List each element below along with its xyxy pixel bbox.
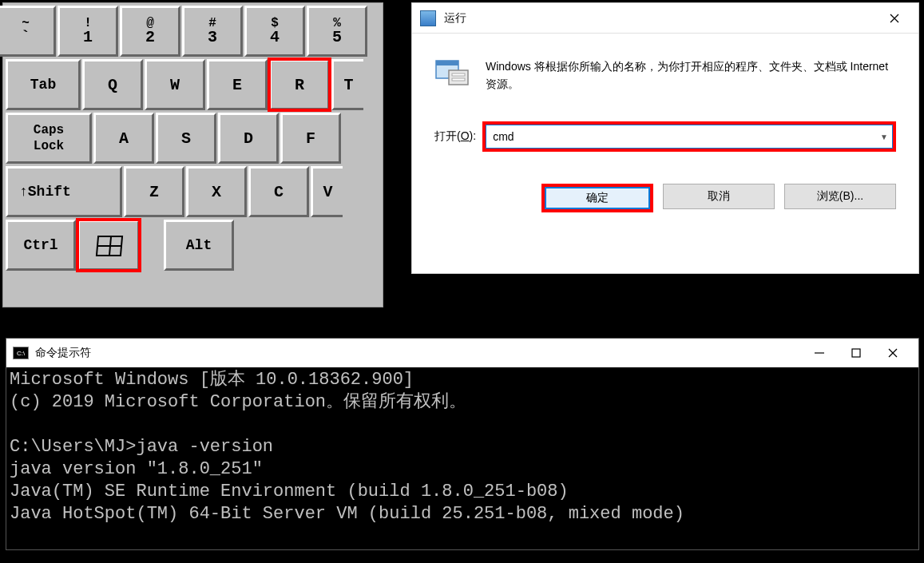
run-title: 运行 — [444, 11, 466, 26]
key-d[interactable]: D — [218, 113, 279, 164]
cmd-output[interactable]: Microsoft Windows [版本 10.0.18362.900] (c… — [6, 367, 918, 527]
ok-button-highlight: 确定 — [541, 184, 653, 212]
ok-button[interactable]: 确定 — [545, 187, 650, 209]
key-t[interactable]: T — [331, 59, 363, 110]
key-2[interactable]: @ 2 — [120, 6, 180, 57]
key-3[interactable]: # 3 — [182, 6, 243, 57]
cmd-titlebar: C:\ 命令提示符 — [6, 339, 918, 367]
cmd-title: 命令提示符 — [35, 346, 91, 360]
windows-logo-icon — [97, 236, 121, 255]
run-button-row: 确定 取消 浏览(B)... — [412, 152, 918, 212]
minimize-icon — [814, 347, 825, 359]
key-x[interactable]: X — [186, 166, 247, 217]
key-4[interactable]: $ 4 — [244, 6, 305, 57]
svg-rect-4 — [449, 70, 468, 85]
run-close-button[interactable] — [878, 6, 910, 30]
key-5[interactable]: % 5 — [307, 6, 367, 57]
key-f[interactable]: F — [280, 113, 341, 164]
key-1[interactable]: ! 1 — [58, 6, 118, 57]
key-shift[interactable]: ↑Shift — [6, 166, 122, 217]
run-dialog: 运行 Windows 将根据你所输入的名称，为你打开相应的程序、文件夹、文档或 … — [411, 2, 919, 274]
cancel-button[interactable]: 取消 — [663, 184, 775, 209]
key-backtick[interactable]: ~ ` — [0, 6, 56, 57]
key-windows[interactable] — [77, 220, 140, 271]
run-large-icon — [434, 57, 470, 89]
key-v[interactable]: V — [311, 166, 343, 217]
key-w[interactable]: W — [145, 59, 205, 110]
key-ctrl[interactable]: Ctrl — [6, 220, 76, 271]
run-app-icon — [420, 10, 436, 26]
run-open-input[interactable] — [486, 125, 893, 149]
close-icon — [890, 14, 899, 23]
key-capslock[interactable]: Caps Lock — [6, 113, 92, 164]
key-r[interactable]: R — [269, 59, 330, 110]
close-button[interactable] — [885, 345, 901, 361]
run-open-label: 打开(O): — [434, 129, 476, 144]
minimize-button[interactable] — [811, 345, 827, 361]
cmd-app-icon: C:\ — [13, 347, 29, 359]
run-input-highlight: ▼ — [482, 121, 896, 152]
close-icon — [887, 347, 898, 359]
on-screen-keyboard: ~ ` ! 1 @ 2 # 3 $ 4 % 5 Tab Q W E R T — [2, 2, 383, 307]
key-alt[interactable]: Alt — [164, 220, 234, 271]
maximize-icon — [851, 347, 862, 359]
svg-rect-6 — [452, 78, 465, 81]
run-description: Windows 将根据你所输入的名称，为你打开相应的程序、文件夹、文档或 Int… — [486, 57, 896, 93]
key-q[interactable]: Q — [82, 59, 143, 110]
svg-rect-8 — [852, 349, 860, 357]
svg-rect-5 — [452, 73, 465, 76]
svg-rect-3 — [436, 61, 458, 65]
key-z[interactable]: Z — [124, 166, 184, 217]
browse-button[interactable]: 浏览(B)... — [784, 184, 896, 209]
key-e[interactable]: E — [207, 59, 268, 110]
command-prompt-window: C:\ 命令提示符 Microsoft Windows [版本 10.0.183… — [6, 338, 919, 550]
key-a[interactable]: A — [93, 113, 154, 164]
key-s[interactable]: S — [156, 113, 216, 164]
run-titlebar: 运行 — [412, 3, 918, 34]
maximize-button[interactable] — [848, 345, 864, 361]
key-c[interactable]: C — [248, 166, 309, 217]
key-tab[interactable]: Tab — [6, 59, 81, 110]
